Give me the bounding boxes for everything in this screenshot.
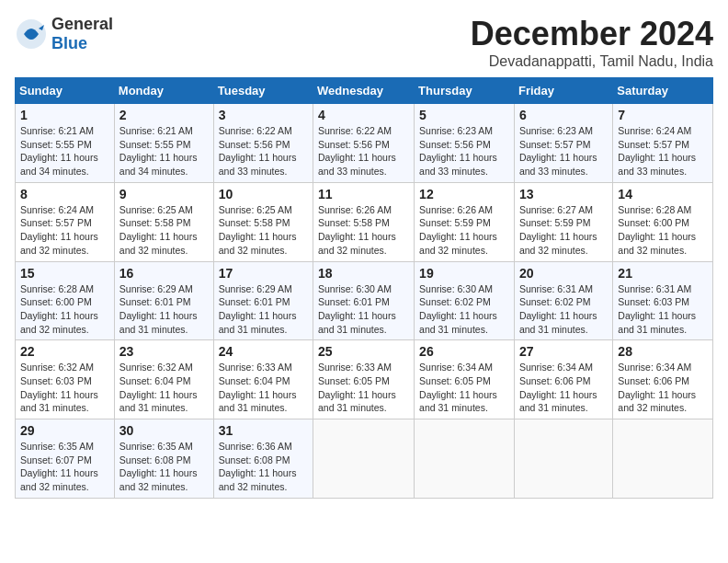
calendar-day-12: 12Sunrise: 6:26 AM Sunset: 5:59 PM Dayli… xyxy=(415,182,515,261)
day-info-4: Sunrise: 6:22 AM Sunset: 5:56 PM Dayligh… xyxy=(318,124,409,178)
calendar-day-11: 11Sunrise: 6:26 AM Sunset: 5:58 PM Dayli… xyxy=(313,182,415,261)
calendar-day-1: 1Sunrise: 6:21 AM Sunset: 5:55 PM Daylig… xyxy=(16,104,115,183)
page-header: General Blue December 2024 Devadanappatt… xyxy=(15,15,713,70)
logo-blue: Blue xyxy=(51,34,87,52)
day-number-27: 27 xyxy=(519,344,608,359)
calendar-day-23: 23Sunrise: 6:32 AM Sunset: 6:04 PM Dayli… xyxy=(114,340,213,419)
day-info-30: Sunrise: 6:35 AM Sunset: 6:08 PM Dayligh… xyxy=(119,440,209,494)
calendar-day-31: 31Sunrise: 6:36 AM Sunset: 6:08 PM Dayli… xyxy=(213,419,313,499)
day-info-7: Sunrise: 6:24 AM Sunset: 5:57 PM Dayligh… xyxy=(618,124,708,178)
title-block: December 2024 Devadanappatti, Tamil Nadu… xyxy=(471,15,713,70)
day-number-21: 21 xyxy=(618,266,708,281)
calendar-day-3: 3Sunrise: 6:22 AM Sunset: 5:56 PM Daylig… xyxy=(213,104,313,183)
calendar-week-3: 15Sunrise: 6:28 AM Sunset: 6:00 PM Dayli… xyxy=(16,261,713,340)
calendar-day-6: 6Sunrise: 6:23 AM Sunset: 5:57 PM Daylig… xyxy=(514,104,612,183)
calendar-header-row: Sunday Monday Tuesday Wednesday Thursday… xyxy=(16,78,713,104)
day-number-11: 11 xyxy=(318,187,409,201)
day-info-20: Sunrise: 6:31 AM Sunset: 6:02 PM Dayligh… xyxy=(519,282,608,337)
calendar-day-26: 26Sunrise: 6:34 AM Sunset: 6:05 PM Dayli… xyxy=(415,340,515,419)
day-info-14: Sunrise: 6:28 AM Sunset: 6:00 PM Dayligh… xyxy=(618,203,708,258)
calendar-day-18: 18Sunrise: 6:30 AM Sunset: 6:01 PM Dayli… xyxy=(313,261,415,340)
col-monday: Monday xyxy=(114,78,213,104)
calendar-day-27: 27Sunrise: 6:34 AM Sunset: 6:06 PM Dayli… xyxy=(514,340,612,419)
calendar-week-1: 1Sunrise: 6:21 AM Sunset: 5:55 PM Daylig… xyxy=(16,104,713,183)
day-info-19: Sunrise: 6:30 AM Sunset: 6:02 PM Dayligh… xyxy=(419,282,509,337)
day-info-6: Sunrise: 6:23 AM Sunset: 5:57 PM Dayligh… xyxy=(519,124,608,178)
calendar-week-2: 8Sunrise: 6:24 AM Sunset: 5:57 PM Daylig… xyxy=(16,182,713,261)
calendar-day-7: 7Sunrise: 6:24 AM Sunset: 5:57 PM Daylig… xyxy=(613,104,713,183)
day-number-29: 29 xyxy=(20,423,109,438)
day-number-26: 26 xyxy=(419,344,509,359)
day-info-25: Sunrise: 6:33 AM Sunset: 6:05 PM Dayligh… xyxy=(318,361,409,415)
empty-cell xyxy=(313,419,415,499)
col-tuesday: Tuesday xyxy=(213,78,313,104)
calendar-table: Sunday Monday Tuesday Wednesday Thursday… xyxy=(15,77,713,499)
day-number-12: 12 xyxy=(419,187,509,201)
empty-cell xyxy=(613,419,713,499)
day-info-15: Sunrise: 6:28 AM Sunset: 6:00 PM Dayligh… xyxy=(20,282,109,337)
day-number-14: 14 xyxy=(618,187,708,201)
col-thursday: Thursday xyxy=(415,78,515,104)
day-number-20: 20 xyxy=(519,266,608,281)
day-number-22: 22 xyxy=(20,344,109,359)
col-wednesday: Wednesday xyxy=(313,78,415,104)
calendar-day-22: 22Sunrise: 6:32 AM Sunset: 6:03 PM Dayli… xyxy=(16,340,115,419)
calendar-day-21: 21Sunrise: 6:31 AM Sunset: 6:03 PM Dayli… xyxy=(613,261,713,340)
calendar-day-8: 8Sunrise: 6:24 AM Sunset: 5:57 PM Daylig… xyxy=(16,182,115,261)
logo: General Blue xyxy=(15,15,113,53)
day-info-22: Sunrise: 6:32 AM Sunset: 6:03 PM Dayligh… xyxy=(20,361,109,415)
day-info-9: Sunrise: 6:25 AM Sunset: 5:58 PM Dayligh… xyxy=(119,203,209,258)
day-info-8: Sunrise: 6:24 AM Sunset: 5:57 PM Dayligh… xyxy=(20,203,109,258)
day-number-1: 1 xyxy=(20,108,109,122)
calendar-day-19: 19Sunrise: 6:30 AM Sunset: 6:02 PM Dayli… xyxy=(415,261,515,340)
day-number-8: 8 xyxy=(20,187,109,201)
calendar-day-30: 30Sunrise: 6:35 AM Sunset: 6:08 PM Dayli… xyxy=(114,419,213,499)
day-number-16: 16 xyxy=(119,266,209,281)
calendar-day-14: 14Sunrise: 6:28 AM Sunset: 6:00 PM Dayli… xyxy=(613,182,713,261)
day-number-30: 30 xyxy=(119,423,209,438)
day-number-7: 7 xyxy=(618,108,708,122)
day-info-24: Sunrise: 6:33 AM Sunset: 6:04 PM Dayligh… xyxy=(219,361,308,415)
location-title: Devadanappatti, Tamil Nadu, India xyxy=(471,53,713,70)
calendar-day-28: 28Sunrise: 6:34 AM Sunset: 6:06 PM Dayli… xyxy=(613,340,713,419)
day-info-5: Sunrise: 6:23 AM Sunset: 5:56 PM Dayligh… xyxy=(419,124,509,178)
day-info-13: Sunrise: 6:27 AM Sunset: 5:59 PM Dayligh… xyxy=(519,203,608,258)
month-title: December 2024 xyxy=(471,15,713,53)
day-info-2: Sunrise: 6:21 AM Sunset: 5:55 PM Dayligh… xyxy=(119,124,209,178)
day-info-1: Sunrise: 6:21 AM Sunset: 5:55 PM Dayligh… xyxy=(20,124,109,178)
day-info-23: Sunrise: 6:32 AM Sunset: 6:04 PM Dayligh… xyxy=(119,361,209,415)
day-number-5: 5 xyxy=(419,108,509,122)
calendar-day-10: 10Sunrise: 6:25 AM Sunset: 5:58 PM Dayli… xyxy=(213,182,313,261)
day-info-28: Sunrise: 6:34 AM Sunset: 6:06 PM Dayligh… xyxy=(618,361,708,415)
calendar-week-4: 22Sunrise: 6:32 AM Sunset: 6:03 PM Dayli… xyxy=(16,340,713,419)
calendar-day-16: 16Sunrise: 6:29 AM Sunset: 6:01 PM Dayli… xyxy=(114,261,213,340)
calendar-day-9: 9Sunrise: 6:25 AM Sunset: 5:58 PM Daylig… xyxy=(114,182,213,261)
calendar-day-29: 29Sunrise: 6:35 AM Sunset: 6:07 PM Dayli… xyxy=(16,419,115,499)
calendar-day-2: 2Sunrise: 6:21 AM Sunset: 5:55 PM Daylig… xyxy=(114,104,213,183)
logo-general: General xyxy=(51,15,113,34)
col-sunday: Sunday xyxy=(16,78,115,104)
day-number-17: 17 xyxy=(219,266,308,281)
calendar-day-13: 13Sunrise: 6:27 AM Sunset: 5:59 PM Dayli… xyxy=(514,182,612,261)
day-number-13: 13 xyxy=(519,187,608,201)
day-number-3: 3 xyxy=(219,108,308,122)
day-info-17: Sunrise: 6:29 AM Sunset: 6:01 PM Dayligh… xyxy=(219,282,308,337)
day-number-24: 24 xyxy=(219,344,308,359)
empty-cell xyxy=(415,419,515,499)
day-number-15: 15 xyxy=(20,266,109,281)
day-number-18: 18 xyxy=(318,266,409,281)
day-info-11: Sunrise: 6:26 AM Sunset: 5:58 PM Dayligh… xyxy=(318,203,409,258)
day-info-27: Sunrise: 6:34 AM Sunset: 6:06 PM Dayligh… xyxy=(519,361,608,415)
day-number-6: 6 xyxy=(519,108,608,122)
day-number-2: 2 xyxy=(119,108,209,122)
day-number-19: 19 xyxy=(419,266,509,281)
col-saturday: Saturday xyxy=(613,78,713,104)
calendar-week-5: 29Sunrise: 6:35 AM Sunset: 6:07 PM Dayli… xyxy=(16,419,713,499)
calendar-day-25: 25Sunrise: 6:33 AM Sunset: 6:05 PM Dayli… xyxy=(313,340,415,419)
day-info-26: Sunrise: 6:34 AM Sunset: 6:05 PM Dayligh… xyxy=(419,361,509,415)
day-info-29: Sunrise: 6:35 AM Sunset: 6:07 PM Dayligh… xyxy=(20,440,109,494)
calendar-day-4: 4Sunrise: 6:22 AM Sunset: 5:56 PM Daylig… xyxy=(313,104,415,183)
calendar-day-20: 20Sunrise: 6:31 AM Sunset: 6:02 PM Dayli… xyxy=(514,261,612,340)
calendar-day-24: 24Sunrise: 6:33 AM Sunset: 6:04 PM Dayli… xyxy=(213,340,313,419)
day-number-28: 28 xyxy=(618,344,708,359)
